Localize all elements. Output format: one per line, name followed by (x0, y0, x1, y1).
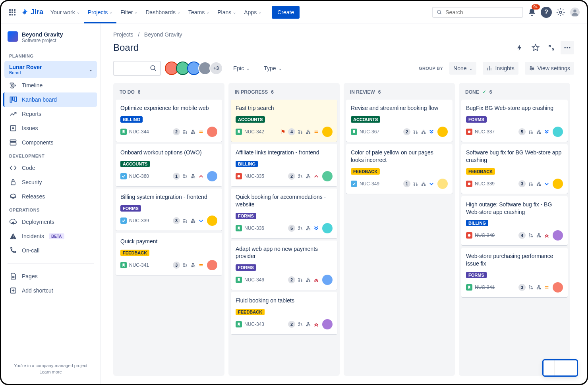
nav-teams[interactable]: Teams⌄ (184, 6, 213, 19)
nav-your-work[interactable]: Your work⌄ (46, 6, 84, 19)
fullscreen-icon[interactable] (545, 41, 558, 54)
sidebar-item-pages[interactable]: Pages (4, 269, 97, 283)
column-in-review: IN REVIEW6 Revise and streamline booking… (344, 83, 455, 376)
sidebar-item-timeline[interactable]: Timeline (4, 78, 97, 92)
issue-card[interactable]: Software bug fix for BG Web-store app cr… (461, 144, 568, 194)
board-search[interactable] (113, 61, 161, 76)
issue-card[interactable]: Quick payment FEEDBACK NUC-341 3 (116, 233, 222, 275)
sidebar-item-kanban-board[interactable]: Kanban board (3, 92, 97, 107)
sliders-icon (529, 65, 535, 71)
issue-card[interactable]: Affiliate links integration - frontend B… (231, 144, 337, 186)
more-icon[interactable] (561, 41, 574, 54)
sidebar-item-code[interactable]: Code (4, 161, 97, 175)
sidebar-item-incidents[interactable]: IncidentsBETA (4, 229, 97, 243)
sidebar-item-reports[interactable]: Reports (4, 107, 97, 121)
issue-key: NUC-339 (475, 181, 495, 187)
assignee-avatar (437, 127, 448, 137)
column-done: DONE✓6 BugFix BG Web-store app crashing … (459, 83, 570, 376)
floating-panel[interactable] (542, 359, 578, 377)
svg-point-57 (186, 266, 187, 267)
svg-rect-48 (194, 177, 195, 178)
app-switcher-icon[interactable] (8, 8, 17, 17)
issue-card[interactable]: Onboard workout options (OWO) ACCOUNTS N… (116, 144, 222, 186)
search-input[interactable] (445, 9, 518, 15)
card-title: Fluid booking on tablets (236, 297, 333, 304)
sidebar-item-releases[interactable]: Releases (4, 189, 97, 204)
svg-point-125 (532, 236, 533, 237)
column-header[interactable]: IN PROGRESS6 (231, 87, 337, 100)
svg-rect-113 (537, 133, 538, 133)
svg-rect-10 (15, 97, 16, 101)
nav-plans[interactable]: Plans⌄ (213, 6, 240, 19)
svg-rect-6 (12, 85, 15, 86)
card-title: Web-store purchasing performance issue f… (466, 252, 563, 268)
nav-filter[interactable]: Filter⌄ (116, 6, 141, 19)
automation-icon[interactable] (513, 41, 526, 54)
column-header[interactable]: DONE✓6 (461, 87, 568, 100)
insights-button[interactable]: Insights (483, 62, 518, 75)
issue-card[interactable]: Revise and streamline booking flow ACCOU… (346, 100, 453, 142)
sidebar-item-security[interactable]: Security (4, 175, 97, 189)
settings-icon[interactable] (555, 7, 566, 18)
issue-card[interactable]: Web-store purchasing performance issue f… (461, 248, 568, 297)
issue-card[interactable]: Optimize experience for mobile web BILLI… (116, 100, 222, 142)
issue-key: NUC-336 (244, 225, 264, 231)
nav-projects[interactable]: Projects⌄ (84, 6, 117, 19)
create-button[interactable]: Create (272, 6, 300, 19)
issue-card[interactable]: Quick booking for accommodations - websi… (231, 189, 337, 238)
sidebar-board-selector[interactable]: Lunar Rover Board ⌄ (4, 61, 97, 78)
issue-card[interactable]: Fast trip search ACCOUNTS NUC-342 ⚑ 4 (231, 100, 337, 142)
sidebar-item-on-call[interactable]: On-call (4, 243, 97, 258)
story-points: 4 (518, 232, 526, 239)
profile-icon[interactable] (569, 7, 580, 18)
help-icon[interactable]: ? (541, 7, 552, 18)
star-icon[interactable] (529, 41, 542, 54)
issue-card[interactable]: High outage: Software bug fix - BG Web-s… (461, 196, 568, 246)
epic-label: BILLING (120, 116, 143, 123)
svg-rect-128 (540, 237, 541, 237)
card-title: Color of pale yellow on our pages looks … (351, 149, 448, 164)
svg-point-49 (184, 219, 185, 220)
sidebar-item-deployments[interactable]: Deployments (4, 215, 97, 229)
sidebar-item-add-shortcut[interactable]: Add shortcut (4, 283, 97, 298)
svg-point-72 (299, 174, 300, 175)
column-header[interactable]: TO DO6 (116, 87, 222, 100)
epic-label: FORMS (466, 116, 487, 123)
story-points: 3 (518, 180, 526, 187)
issue-key: NUC-349 (360, 181, 379, 187)
issue-card[interactable]: Billing system integration - frontend FO… (116, 189, 222, 231)
nav-apps[interactable]: Apps⌄ (240, 6, 265, 19)
sidebar-item-components[interactable]: Components (4, 135, 97, 150)
jira-logo[interactable]: Jira (20, 8, 43, 17)
assignee-filter[interactable]: +3 (167, 62, 223, 75)
group-by-select[interactable]: None⌄ (449, 62, 476, 75)
code-icon (9, 164, 17, 172)
breadcrumb-projects[interactable]: Projects (113, 31, 133, 38)
svg-rect-119 (538, 182, 540, 183)
epic-filter[interactable]: Epic⌄ (229, 62, 253, 75)
project-header[interactable]: Beyond Gravity Software project (4, 30, 97, 50)
column-header[interactable]: IN REVIEW6 (346, 87, 453, 100)
nav-dashboards[interactable]: Dashboards⌄ (141, 6, 184, 19)
notifications-icon[interactable]: 9+ (526, 7, 538, 18)
learn-more-link[interactable]: Learn more (8, 370, 94, 374)
sidebar-item-issues[interactable]: Issues (4, 121, 97, 135)
view-settings-button[interactable]: View settings (525, 62, 574, 75)
svg-rect-93 (308, 323, 309, 323)
issue-card[interactable]: Fluid booking on tablets FEEDBACK NUC-34… (231, 292, 337, 334)
svg-rect-112 (538, 130, 540, 131)
task-icon (120, 173, 127, 179)
issue-card[interactable]: Color of pale yellow on our pages looks … (346, 144, 453, 194)
priority-icon (313, 225, 319, 231)
pull-request-icon (298, 277, 303, 283)
breadcrumb-project[interactable]: Beyond Gravity (144, 31, 182, 38)
global-search[interactable] (432, 7, 523, 18)
svg-rect-127 (537, 237, 538, 237)
svg-point-33 (532, 68, 534, 69)
svg-rect-105 (423, 182, 424, 183)
issue-card[interactable]: Adapt web app no new payments provider F… (231, 241, 337, 290)
type-filter[interactable]: Type⌄ (260, 62, 285, 75)
priority-icon (198, 173, 204, 179)
issue-card[interactable]: BugFix BG Web-store app crashing FORMS N… (461, 100, 568, 142)
story-points: 2 (288, 173, 295, 180)
